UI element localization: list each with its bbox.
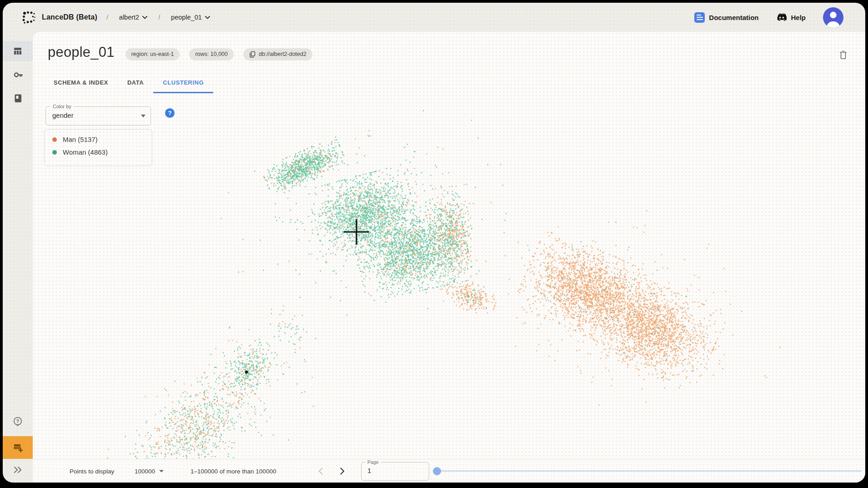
select-caret-icon <box>159 470 164 472</box>
rows-badge-label: rows: 10,000 <box>195 51 228 57</box>
double-chevron-right-icon <box>13 466 23 473</box>
select-caret-icon <box>141 115 146 117</box>
pagination-bar: Points to display 100000 1–100000 of mor… <box>33 459 865 483</box>
documentation-link[interactable]: Documentation <box>692 12 761 23</box>
sidebar-help-button[interactable]: ? <box>3 412 33 432</box>
svg-text:?: ? <box>16 418 19 424</box>
tab-bar: SCHEMA & INDEX DATA CLUSTERING <box>44 74 865 93</box>
page-input-value: 1 <box>367 467 371 474</box>
previous-page-button[interactable] <box>314 464 327 478</box>
legend-panel: Man (5137) Woman (4863) <box>44 129 152 166</box>
documentation-label: Documentation <box>709 14 758 21</box>
sidebar-item-api-keys[interactable] <box>3 65 33 85</box>
page-title: people_01 <box>48 44 115 60</box>
help-label: Help <box>791 14 806 21</box>
points-to-display-value: 100000 <box>135 468 155 474</box>
lancedb-logo-icon <box>22 10 35 24</box>
user-avatar[interactable] <box>823 7 843 28</box>
brand-area: LanceDB (Beta) / albert2 / people_01 <box>22 10 212 24</box>
delete-table-button[interactable] <box>838 49 848 62</box>
breadcrumb-workspace[interactable]: albert2 <box>117 13 149 22</box>
region-badge: region: us-east-1 <box>125 48 180 60</box>
clustering-help-icon[interactable]: ? <box>165 108 175 118</box>
top-actions: Documentation Help <box>692 7 843 28</box>
chevron-right-icon <box>340 468 345 475</box>
man-color-dot <box>52 137 57 142</box>
legend-item-man: Man (5137) <box>52 136 146 143</box>
chevron-down-icon <box>205 16 210 19</box>
key-icon <box>13 70 23 80</box>
rows-badge: rows: 10,000 <box>189 48 234 60</box>
slider-track <box>437 470 862 472</box>
notebook-icon <box>13 93 23 103</box>
table-detail-card: people_01 region: us-east-1 rows: 10,000… <box>33 32 865 483</box>
region-badge-label: region: us-east-1 <box>131 51 174 57</box>
copy-icon <box>249 51 256 58</box>
legend-label: Man (5137) <box>63 136 98 143</box>
workspace-label: albert2 <box>119 14 139 21</box>
rail-bottom-group: ? <box>3 412 33 483</box>
tab-clustering[interactable]: CLUSTERING <box>153 74 213 93</box>
tab-data[interactable]: DATA <box>118 74 153 93</box>
discord-icon <box>776 13 787 21</box>
points-to-display-select[interactable]: 100000 <box>135 468 164 474</box>
sidebar-item-tables[interactable] <box>3 41 33 61</box>
legend-item-woman: Woman (4863) <box>52 148 146 156</box>
color-by-label: Color by <box>50 104 74 110</box>
page-number-input[interactable]: Page 1 <box>361 462 429 481</box>
db-uri-badge-label: db://albert2-doted2 <box>259 51 306 57</box>
color-by-select[interactable]: Color by gender <box>45 106 151 126</box>
sidebar-item-notebook[interactable] <box>3 88 33 108</box>
breadcrumb-separator: / <box>106 14 108 21</box>
slider-thumb[interactable] <box>433 467 441 475</box>
db-uri-badge[interactable]: db://albert2-doted2 <box>243 48 312 60</box>
color-by-value: gender <box>52 111 74 119</box>
person-icon <box>823 7 843 28</box>
points-to-display-label: Points to display <box>70 468 114 474</box>
tables-icon <box>13 46 23 56</box>
range-text: 1–100000 of more than 100000 <box>191 468 276 474</box>
legend-label: Woman (4863) <box>63 148 108 156</box>
tab-schema-index[interactable]: SCHEMA & INDEX <box>44 74 118 93</box>
chevron-left-icon <box>318 468 323 475</box>
breadcrumb-table[interactable]: people_01 <box>169 13 212 22</box>
documentation-icon <box>694 12 705 23</box>
page-input-label: Page <box>366 459 381 465</box>
left-rail: ? <box>3 32 33 483</box>
breadcrumb-separator: / <box>158 14 160 21</box>
table-label: people_01 <box>171 14 202 21</box>
next-page-button[interactable] <box>336 464 349 478</box>
badge-group: region: us-east-1 rows: 10,000 db://albe… <box>125 48 312 60</box>
cluster-scatter-plot[interactable] <box>33 32 865 483</box>
app-window: LanceDB (Beta) / albert2 / people_01 Doc… <box>3 3 865 483</box>
page-slider[interactable] <box>433 467 862 475</box>
trash-icon <box>839 50 848 60</box>
add-table-button[interactable] <box>3 436 33 459</box>
top-bar: LanceDB (Beta) / albert2 / people_01 Doc… <box>3 3 865 32</box>
add-table-icon <box>12 442 24 453</box>
chevron-down-icon <box>142 16 147 19</box>
help-circle-icon: ? <box>12 416 23 427</box>
expand-sidebar-button[interactable] <box>3 463 33 477</box>
woman-color-dot <box>52 150 57 155</box>
brand-name: LanceDB (Beta) <box>42 13 97 21</box>
help-link[interactable]: Help <box>773 13 808 22</box>
title-row: people_01 region: us-east-1 rows: 10,000… <box>33 32 865 62</box>
